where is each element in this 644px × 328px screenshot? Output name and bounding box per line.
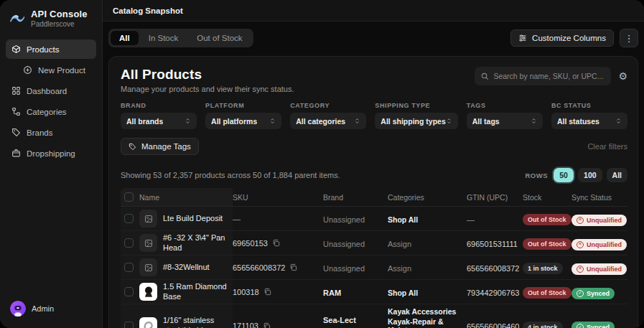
table-row[interactable]: #8-32Wellnut 656566008372 Unassigned Ass… [121,256,627,280]
table-row[interactable]: Lte Build Deposit — Unassigned Shop All … [121,207,627,231]
filter-shipping-type: SHIPPING TYPE All shipping types [375,102,457,129]
sidebar-item-label: Categories [27,108,67,116]
app-subtitle: Paddlerscove [31,20,88,28]
assign-category-link[interactable]: Assign [388,264,411,273]
summary-row: Showing 53 of 2,357 products across 50 o… [121,168,627,182]
rows-option-100[interactable]: 100 [578,168,602,182]
row-checkbox[interactable] [124,287,134,296]
gtin-value: 656566006460 [467,322,519,328]
copy-icon[interactable] [263,322,271,328]
brand-value: Unassigned [323,240,365,248]
manage-tags-button[interactable]: Manage Tags [121,138,199,155]
row-checkbox[interactable] [124,214,134,223]
gtin-value: 793442906763 [467,289,519,297]
tags-actions-row: Manage Tags Clear filters [121,138,627,155]
rows-option-all[interactable]: All [607,168,627,182]
grid-icon [11,86,21,95]
tag-icon [129,143,136,151]
tags-select[interactable]: All tags [467,113,543,129]
unqualified-icon: ✕ [577,217,584,224]
category-chip: Shop All [388,215,418,224]
row-checkbox[interactable] [124,238,134,248]
brand-value: RAM [323,289,341,297]
synced-check-icon: ✓ [577,290,584,297]
category-select[interactable]: All categories [290,113,366,129]
product-thumbnail-placeholder [139,210,157,228]
product-thumbnail [139,317,157,328]
sidebar-item-label: Dashboard [27,87,67,95]
platform-select[interactable]: All platforms [205,113,281,129]
tab-all[interactable]: All [111,31,139,45]
copy-icon[interactable] [289,263,297,271]
sidebar-item-dashboard[interactable]: Dashboard [6,81,96,100]
header-sku[interactable]: SKU [233,193,323,202]
platform-select-value: All platforms [211,117,257,126]
product-name[interactable]: 1.5 Ram Diamond Base [163,282,228,302]
sku-value: — [233,215,241,223]
assign-category-link[interactable]: Assign [388,240,411,248]
row-checkbox[interactable] [124,322,134,328]
shipping-type-select-value: All shipping types [381,117,445,126]
category-chip: Kayak-Repair & Maintenance [388,317,467,328]
tab-out-of-stock[interactable]: Out of Stock [188,31,251,45]
sync-status-badge: ✕Unqualified [571,215,627,226]
page-title: All Products [121,67,294,83]
stock-filter-tabs: All In Stock Out of Stock [108,29,253,47]
bc-status-select[interactable]: All statuses [551,113,627,129]
results-summary: Showing 53 of 2,357 products across 50 o… [121,171,340,179]
topbar: Catalog Snapshot [103,0,644,22]
sidebar-item-brands[interactable]: Brands [6,123,96,142]
product-name[interactable]: Lte Build Deposit [163,214,223,224]
product-photo [142,319,155,328]
search-input[interactable] [493,72,605,80]
overflow-menu-button[interactable]: ⋮ [620,29,638,47]
header-categories[interactable]: Categories [388,193,467,202]
header-brand[interactable]: Brand [323,193,388,202]
customize-columns-label: Customize Columns [532,34,606,42]
header-stock[interactable]: Stock [523,193,571,202]
chevrons-updown-icon [615,118,622,124]
shipping-type-select[interactable]: All shipping types [375,113,457,129]
brand-select[interactable]: All brands [121,113,197,129]
settings-gear-icon[interactable]: ⚙ [618,71,627,81]
sidebar-item-label: Dropshipping [27,149,75,158]
copy-icon[interactable] [272,239,280,247]
search-icon [481,72,489,80]
gtin-value: — [467,215,475,224]
product-name[interactable]: #6 -32 X 3\4" Pan Head [163,233,228,253]
product-name[interactable]: #8-32Wellnut [163,263,210,273]
search-box [475,67,611,85]
header-gtin[interactable]: GTIN (UPC) [467,193,523,202]
clear-filters-link[interactable]: Clear filters [587,142,627,151]
synced-check-icon: ✓ [577,324,584,328]
gtin-value: 696501531111 [467,240,518,248]
table-row[interactable]: 1/16" stainless steel thimble 171103 Sea… [121,304,627,328]
select-all-checkbox[interactable] [124,192,134,202]
chevrons-updown-icon [531,118,537,124]
sidebar-item-new-product[interactable]: New Product [17,60,96,80]
sidebar-item-label: Brands [27,128,52,137]
header-sync-status[interactable]: Sync Status [571,193,627,202]
rows-option-50[interactable]: 50 [554,168,574,182]
table-row[interactable]: #6 -32 X 3\4" Pan Head 69650153 Unassign… [121,231,627,256]
brand-value: Unassigned [323,215,365,224]
admin-label: Admin [32,304,54,313]
copy-icon[interactable] [263,288,271,296]
sidebar-item-dropshipping[interactable]: Dropshipping [6,144,96,163]
sidebar-item-categories[interactable]: Categories [6,102,96,121]
header-name[interactable]: Name [139,188,233,206]
row-checkbox[interactable] [124,263,134,272]
filter-label: SHIPPING TYPE [375,102,457,109]
sidebar-item-products[interactable]: Products [6,39,96,59]
filter-label: BRAND [121,102,197,109]
stock-badge: 4 in stock [523,322,563,328]
unqualified-icon: ✕ [577,266,584,273]
brand-value: Sea-Lect Designs [323,316,356,328]
tab-in-stock[interactable]: In Stock [140,31,187,45]
bc-status-select-value: All statuses [557,117,599,126]
customize-columns-button[interactable]: Customize Columns [510,29,614,47]
content: All In Stock Out of Stock Customize Colu… [103,22,644,328]
product-name[interactable]: 1/16" stainless steel thimble [163,316,228,328]
sidebar-footer[interactable]: Admin [6,298,96,319]
table-row[interactable]: 1.5 Ram Diamond Base 100318 RAM Shop All… [121,280,627,304]
